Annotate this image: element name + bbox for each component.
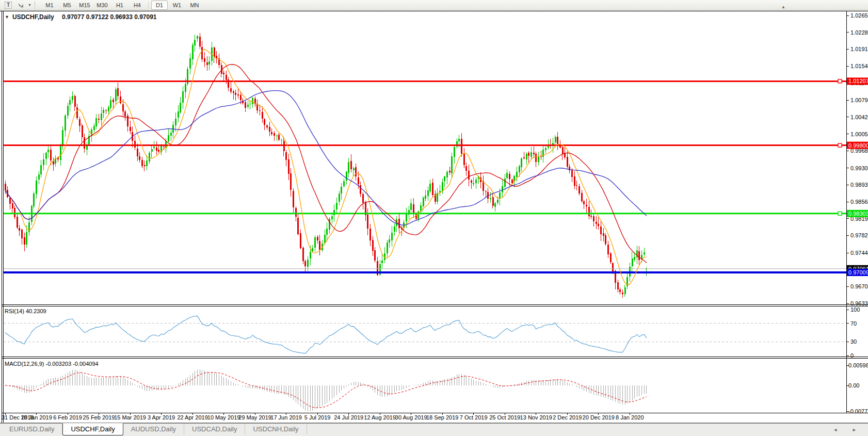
macd-indicator-label: MACD(12,26,9) -0.003203 -0.004094 [5, 361, 99, 367]
date-tick-label: 17 Jun 2019 [270, 414, 302, 421]
macd-tick-label: -0.007733 [848, 408, 868, 414]
tab-scroll-controls: ◄ ► [833, 427, 857, 432]
date-tick-label: 18 Jan 2019 [21, 414, 52, 421]
date-tick-label: 6 Feb 2019 [53, 414, 82, 421]
tab-scroll-right-icon[interactable]: ► [852, 427, 857, 432]
price-tick-label: 0.96700 [850, 283, 868, 289]
chart-title: USDCHF,Daily [12, 13, 54, 21]
toolbar-overflow-icon[interactable]: ▲ [781, 5, 785, 9]
chart-background [0, 11, 868, 423]
price-tick-label: 0.98930 [850, 182, 868, 188]
date-tick-label: 18 Sep 2019 [426, 414, 458, 421]
chart-window: 1.026501.022801.019101.015401.011701.007… [0, 0, 868, 436]
line-handle-icon[interactable] [838, 212, 842, 215]
date-tick-label: 5 Jul 2019 [304, 414, 331, 421]
chart-tab-bar: EURUSD,DailyUSDCHF,DailyAUDUSD,DailyUSDC… [0, 423, 868, 436]
date-tick-label: 22 Apr 2019 [177, 414, 207, 421]
date-tick-label: 13 Nov 2019 [520, 414, 552, 421]
date-tick-label: 30 Aug 2019 [395, 414, 427, 421]
price-badge-label: 0.98303 [848, 211, 868, 217]
price-tick-label: 0.97820 [850, 232, 868, 238]
date-tick-label: 25 Oct 2019 [489, 414, 520, 421]
date-tick-label: 24 Jul 2019 [334, 414, 363, 421]
tab-scroll-left-icon[interactable]: ◄ [833, 427, 838, 432]
price-badge-label: 0.97009 [848, 269, 868, 276]
toolbar-grip[interactable] [35, 2, 38, 9]
text-tool-icon: T [5, 2, 12, 9]
date-tick-label: 10 May 2019 [207, 414, 240, 421]
chart-ohlc-quote: 0.97077 0.97122 0.96933 0.97091 [62, 13, 157, 21]
date-tick-label: 2 Dec 2019 [553, 414, 582, 421]
line-handle-icon[interactable] [838, 79, 842, 83]
timeframe-button-m5[interactable]: M5 [59, 1, 75, 10]
line-handle-icon[interactable] [838, 143, 842, 147]
macd-tick-label: 0.005986 [848, 362, 868, 368]
rsi-tick-label: 30 [850, 338, 857, 345]
date-tick-label: 7 Oct 2019 [460, 414, 488, 421]
price-tick-label: 1.01910 [850, 46, 868, 52]
chart-tab-eurusd[interactable]: EURUSD,Daily [2, 424, 62, 434]
timeframe-button-d1[interactable]: D1 [151, 1, 168, 10]
date-tick-label: 8 Jan 2020 [616, 414, 644, 421]
rsi-tick-label: 0 [850, 352, 854, 359]
price-tick-label: 0.98560 [850, 199, 868, 205]
text-tool-button[interactable]: T [3, 1, 14, 10]
timeframe-button-h1[interactable]: H1 [111, 1, 128, 10]
rsi-tick-label: 70 [850, 320, 857, 327]
date-tick-label: 3 Apr 2019 [148, 414, 175, 421]
date-axis: 31 Dec 201818 Jan 20196 Feb 201925 Feb 2… [2, 413, 644, 421]
price-badge-label: 0.99800 [848, 142, 868, 149]
timeframe-button-group: M1M5M15M30H1H4D1W1MN [41, 1, 203, 10]
arrows-dropdown-caret-icon[interactable]: ▼ [28, 3, 31, 7]
price-tick-label: 0.97440 [850, 250, 868, 256]
macd-tick-label: 0.00 [848, 382, 859, 389]
timeframe-button-mn[interactable]: MN [186, 1, 203, 10]
chart-tab-usdchf[interactable]: USDCHF,Daily [62, 423, 123, 435]
date-tick-label: 15 Mar 2019 [114, 414, 146, 421]
price-badge-label: 1.01207 [848, 78, 868, 84]
price-tick-label: 1.00050 [850, 131, 868, 137]
chart-tab-usdcnh[interactable]: USDCNH,Daily [245, 424, 307, 434]
date-tick-label: 20 Dec 2019 [583, 414, 615, 421]
timeframe-button-w1[interactable]: W1 [169, 1, 185, 10]
price-tick-label: 1.00420 [850, 114, 868, 120]
date-tick-label: 12 Aug 2019 [364, 414, 396, 421]
timeframe-button-m30[interactable]: M30 [94, 1, 110, 10]
chart-tab-audusd[interactable]: AUDUSD,Daily [123, 424, 184, 434]
timeframe-button-m15[interactable]: M15 [76, 1, 93, 10]
price-tick-label: 1.00790 [850, 97, 868, 103]
arrows-tool-button[interactable] [15, 1, 26, 10]
price-tick-label: 1.01540 [850, 63, 868, 69]
price-tick-label: 0.99300 [850, 165, 868, 171]
date-tick-label: 29 May 2019 [238, 414, 271, 421]
arrows-tool-icon [17, 2, 24, 9]
chart-tab-usdcad[interactable]: USDCAD,Daily [184, 424, 245, 434]
timeframe-button-m1[interactable]: M1 [41, 1, 58, 10]
date-tick-label: 25 Feb 2019 [83, 414, 115, 421]
rsi-indicator-label: RSI(14) 40.2309 [5, 308, 46, 314]
chart-tabs: EURUSD,DailyUSDCHF,DailyAUDUSD,DailyUSDC… [2, 424, 307, 435]
rsi-tick-label: 100 [850, 306, 860, 313]
timeframe-button-h4[interactable]: H4 [129, 1, 146, 10]
top-toolbar: T ▼ M1M5M15M30H1H4D1W1MN ▲ [0, 0, 868, 10]
price-tick-label: 0.96330 [850, 300, 868, 306]
price-tick-label: 1.02280 [850, 29, 868, 36]
chart-menu-caret-icon[interactable]: ▼ [5, 14, 9, 20]
price-tick-label: 1.02650 [850, 12, 868, 19]
